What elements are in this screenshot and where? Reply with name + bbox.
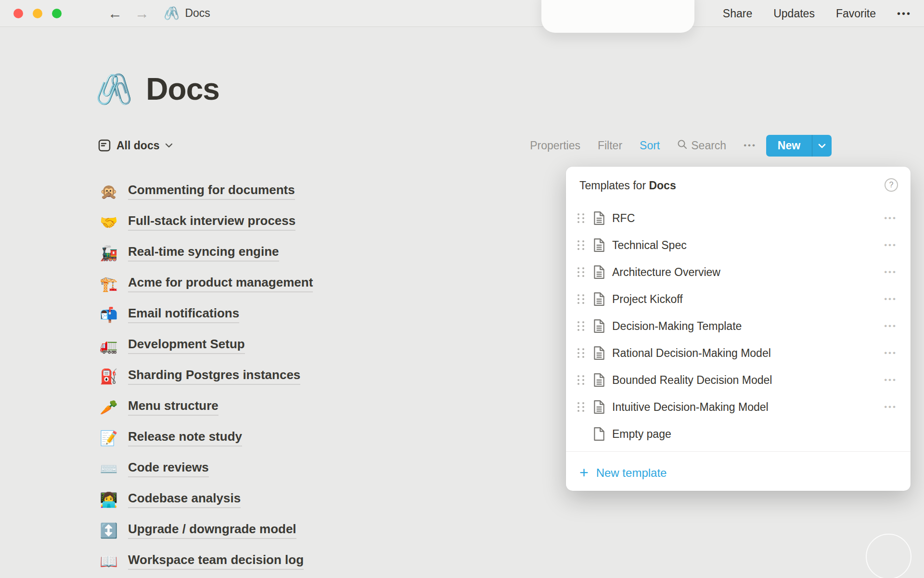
template-label[interactable]: Rational Decision-Making Model	[612, 347, 771, 360]
back-button[interactable]: ←	[108, 6, 122, 21]
doc-title[interactable]: Codebase analysis	[128, 491, 241, 508]
doc-title[interactable]: Real-time syncing engine	[128, 244, 279, 262]
doc-title[interactable]: Commenting for documents	[128, 183, 295, 200]
page-title: Docs	[146, 71, 219, 107]
template-row[interactable]: Architecture Overview •••	[566, 259, 911, 286]
doc-emoji: 🏗️	[98, 276, 119, 292]
empty-page-label[interactable]: Empty page	[612, 428, 671, 441]
doc-title[interactable]: Full-stack interview process	[128, 213, 295, 231]
template-row[interactable]: Project Kickoff •••	[566, 286, 911, 313]
properties-button[interactable]: Properties	[530, 139, 580, 152]
template-label[interactable]: Intuitive Decision-Making Model	[612, 401, 769, 414]
template-label[interactable]: Project Kickoff	[612, 293, 683, 306]
doc-emoji: ↕️	[98, 522, 119, 539]
popup-title-target: Docs	[649, 179, 676, 192]
doc-row[interactable]: 📖Workspace team decision log	[98, 546, 313, 577]
template-row[interactable]: Bounded Reality Decision Model •••	[566, 367, 911, 394]
sort-button[interactable]: Sort	[640, 139, 660, 152]
doc-title[interactable]: Menu structure	[128, 398, 218, 416]
drag-handle-icon[interactable]	[578, 321, 584, 331]
doc-row[interactable]: ⌨️Code reviews	[98, 453, 313, 484]
templates-popup: Templates for Docs ? RFC ••• Technical S…	[566, 167, 911, 491]
drag-handle-icon[interactable]	[578, 375, 584, 385]
template-label[interactable]: Technical Spec	[612, 239, 687, 252]
template-row[interactable]: Intuitive Decision-Making Model •••	[566, 394, 911, 420]
new-template-label[interactable]: New template	[596, 466, 667, 480]
page-icon[interactable]: 🖇️	[95, 74, 132, 104]
document-icon	[593, 211, 605, 225]
document-icon	[593, 238, 605, 252]
doc-row[interactable]: 👩‍💻Codebase analysis	[98, 484, 313, 515]
doc-row[interactable]: 🤝Full-stack interview process	[98, 207, 313, 237]
template-more-icon[interactable]: •••	[884, 240, 897, 250]
zoom-button[interactable]	[52, 9, 62, 18]
template-row[interactable]: Technical Spec •••	[566, 232, 911, 259]
doc-row[interactable]: ↕️Upgrade / downgrade model	[98, 515, 313, 546]
drag-handle-icon[interactable]	[578, 240, 584, 250]
more-menu-icon[interactable]: •••	[897, 8, 911, 19]
favorite-button[interactable]: Favorite	[836, 7, 876, 20]
minimize-button[interactable]	[33, 9, 42, 18]
template-row[interactable]: Rational Decision-Making Model •••	[566, 340, 911, 367]
template-label[interactable]: Architecture Overview	[612, 266, 720, 279]
doc-row[interactable]: 🚛Development Setup	[98, 330, 313, 361]
new-template-button[interactable]: + New template	[579, 462, 667, 484]
search-icon	[677, 139, 687, 152]
template-label[interactable]: RFC	[612, 212, 635, 225]
doc-title[interactable]: Code reviews	[128, 460, 209, 477]
doc-title[interactable]: Development Setup	[128, 337, 245, 354]
background-window-peek	[541, 0, 694, 33]
drag-handle-icon[interactable]	[578, 348, 584, 358]
doc-row[interactable]: 🥕Menu structure	[98, 392, 313, 422]
doc-title[interactable]: Release note study	[128, 429, 242, 447]
template-more-icon[interactable]: •••	[884, 348, 897, 358]
window-title: Docs	[185, 7, 210, 20]
new-dropdown-chevron-icon[interactable]	[812, 135, 832, 157]
drag-handle-icon[interactable]	[578, 402, 584, 412]
template-more-icon[interactable]: •••	[884, 267, 897, 277]
help-icon[interactable]: ?	[885, 178, 898, 192]
updates-button[interactable]: Updates	[773, 7, 815, 20]
document-icon	[593, 319, 605, 333]
drag-handle-icon[interactable]	[578, 294, 584, 304]
doc-emoji: ⛽	[98, 368, 119, 385]
doc-row[interactable]: ⛽Sharding Postgres instances	[98, 361, 313, 392]
template-label[interactable]: Bounded Reality Decision Model	[612, 374, 772, 387]
view-more-icon[interactable]: •••	[744, 141, 757, 150]
document-icon	[593, 346, 605, 360]
template-label[interactable]: Decision-Making Template	[612, 320, 742, 333]
template-row[interactable]: Decision-Making Template •••	[566, 313, 911, 340]
doc-title[interactable]: Upgrade / downgrade model	[128, 522, 296, 539]
template-more-icon[interactable]: •••	[884, 321, 897, 331]
doc-row[interactable]: 🚂Real-time syncing engine	[98, 237, 313, 268]
doc-row[interactable]: 🏗️Acme for product management	[98, 268, 313, 299]
new-button-label[interactable]: New	[766, 135, 812, 157]
template-more-icon[interactable]: •••	[884, 402, 897, 412]
template-row[interactable]: RFC •••	[566, 205, 911, 232]
doc-row[interactable]: 🙊Commenting for documents	[98, 176, 313, 207]
doc-title[interactable]: Sharding Postgres instances	[128, 368, 300, 385]
chevron-down-icon	[165, 141, 173, 150]
template-more-icon[interactable]: •••	[884, 375, 897, 385]
forward-button[interactable]: →	[135, 6, 149, 21]
template-more-icon[interactable]: •••	[884, 294, 897, 304]
drag-handle-icon[interactable]	[578, 213, 584, 223]
view-switcher[interactable]: All docs	[98, 134, 173, 157]
search-button[interactable]: Search	[677, 139, 726, 152]
drag-handle-icon[interactable]	[578, 267, 584, 277]
template-more-icon[interactable]: •••	[884, 213, 897, 223]
empty-page-row[interactable]: Empty page	[566, 420, 911, 447]
new-button[interactable]: New	[766, 135, 832, 157]
close-button[interactable]	[13, 9, 23, 18]
doc-title[interactable]: Workspace team decision log	[128, 552, 304, 570]
sidebar-menu-icon[interactable]	[78, 8, 95, 19]
doc-emoji: 🥕	[98, 399, 119, 416]
share-button[interactable]: Share	[723, 7, 752, 20]
doc-title[interactable]: Email notifications	[128, 306, 239, 323]
doc-title[interactable]: Acme for product management	[128, 275, 313, 292]
empty-page-icon	[593, 427, 605, 441]
doc-emoji: ⌨️	[98, 460, 119, 477]
doc-row[interactable]: 📬Email notifications	[98, 299, 313, 330]
doc-row[interactable]: 📝Release note study	[98, 422, 313, 453]
filter-button[interactable]: Filter	[598, 139, 622, 152]
